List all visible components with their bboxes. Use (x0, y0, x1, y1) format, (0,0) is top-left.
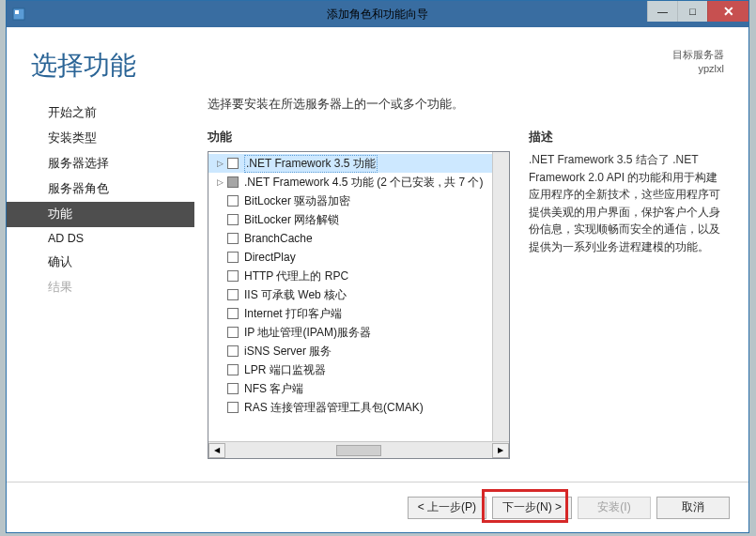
feature-label: BranchCache (244, 232, 313, 245)
sidebar-item-confirm[interactable]: 确认 (7, 250, 194, 275)
sidebar-item-features[interactable]: 功能 (7, 202, 194, 227)
feature-checkbox[interactable] (227, 176, 239, 188)
window-controls: — □ ✕ (647, 1, 748, 22)
wizard-window: 添加角色和功能向导 — □ ✕ 选择功能 目标服务器 ypzlxl 开始之前 安… (6, 0, 749, 533)
feature-checkbox[interactable] (227, 308, 239, 319)
target-label: 目标服务器 (672, 48, 724, 62)
close-button[interactable]: ✕ (707, 1, 748, 22)
titlebar: 添加角色和功能向导 — □ ✕ (7, 1, 748, 27)
feature-item[interactable]: NFS 客户端 (208, 379, 492, 398)
feature-label: NFS 客户端 (244, 381, 303, 397)
feature-item[interactable]: IP 地址管理(IPAM)服务器 (208, 323, 492, 342)
feature-label: Internet 打印客户端 (244, 306, 342, 322)
features-tree: ▷.NET Framework 3.5 功能▷.NET Framework 4.… (208, 151, 510, 459)
feature-label: IP 地址管理(IPAM)服务器 (244, 325, 371, 341)
feature-label: .NET Framework 4.5 功能 (2 个已安装 , 共 7 个) (244, 175, 483, 191)
minimize-button[interactable]: — (647, 1, 677, 22)
feature-label: IIS 可承载 Web 核心 (244, 287, 347, 303)
features-column: 功能 ▷.NET Framework 3.5 功能▷.NET Framework… (208, 130, 510, 482)
feature-checkbox[interactable] (227, 364, 239, 375)
description-column: 描述 .NET Framework 3.5 结合了 .NET Framework… (529, 130, 728, 482)
previous-button[interactable]: < 上一步(P) (408, 497, 486, 519)
header-row: 选择功能 目标服务器 ypzlxl (7, 27, 748, 84)
instruction-text: 选择要安装在所选服务器上的一个或多个功能。 (208, 97, 728, 113)
feature-label: DirectPlay (244, 251, 296, 264)
feature-checkbox[interactable] (227, 158, 239, 169)
scroll-thumb[interactable] (336, 445, 381, 456)
feature-item[interactable]: DirectPlay (208, 248, 492, 267)
feature-item[interactable]: RAS 连接管理器管理工具包(CMAK) (208, 398, 492, 417)
feature-label: BitLocker 网络解锁 (244, 212, 339, 228)
expander-icon (214, 289, 225, 300)
wizard-body: 选择功能 目标服务器 ypzlxl 开始之前 安装类型 服务器选择 服务器角色 … (7, 27, 748, 532)
install-button: 安装(I) (578, 497, 651, 519)
feature-checkbox[interactable] (227, 270, 239, 282)
page-title: 选择功能 (31, 48, 136, 84)
feature-item[interactable]: iSNS Server 服务 (208, 342, 492, 360)
feature-checkbox[interactable] (227, 383, 239, 394)
sidebar-item-before-begin[interactable]: 开始之前 (7, 100, 194, 126)
content: 选择要安装在所选服务器上的一个或多个功能。 功能 ▷.NET Framework… (194, 97, 748, 482)
expander-icon (214, 252, 225, 263)
expander-icon (214, 383, 225, 394)
scroll-left-button[interactable]: ◀ (208, 443, 225, 458)
expander-icon (214, 308, 225, 319)
target-server-info: 目标服务器 ypzlxl (672, 48, 724, 77)
feature-label: BitLocker 驱动器加密 (244, 193, 350, 209)
feature-label: iSNS Server 服务 (244, 344, 332, 360)
expander-icon (214, 364, 225, 375)
expander-icon[interactable]: ▷ (214, 158, 225, 169)
next-button[interactable]: 下一步(N) > (492, 497, 572, 519)
sidebar-item-install-type[interactable]: 安装类型 (7, 126, 194, 151)
feature-item[interactable]: BitLocker 网络解锁 (208, 210, 492, 229)
feature-item[interactable]: Internet 打印客户端 (208, 304, 492, 323)
window-title: 添加角色和功能向导 (327, 7, 428, 23)
feature-label: RAS 连接管理器管理工具包(CMAK) (244, 400, 424, 416)
sidebar-item-results: 结果 (7, 275, 194, 300)
feature-label: LPR 端口监视器 (244, 362, 326, 378)
sidebar-item-server-roles[interactable]: 服务器角色 (7, 176, 194, 202)
description-text: .NET Framework 3.5 结合了 .NET Framework 2.… (529, 151, 728, 256)
feature-item[interactable]: HTTP 代理上的 RPC (208, 267, 492, 285)
sidebar-item-adds[interactable]: AD DS (7, 227, 194, 250)
feature-checkbox[interactable] (227, 233, 239, 244)
footer: < 上一步(P) 下一步(N) > 安装(I) 取消 (7, 482, 748, 532)
vertical-scrollbar[interactable] (492, 152, 509, 441)
feature-item[interactable]: BranchCache (208, 229, 492, 248)
columns: 功能 ▷.NET Framework 3.5 功能▷.NET Framework… (208, 130, 728, 482)
maximize-button[interactable]: □ (677, 1, 707, 22)
expander-icon (214, 402, 225, 413)
svg-rect-1 (15, 10, 19, 14)
cancel-button[interactable]: 取消 (656, 497, 730, 519)
feature-item[interactable]: ▷.NET Framework 4.5 功能 (2 个已安装 , 共 7 个) (208, 173, 492, 191)
feature-checkbox[interactable] (227, 195, 239, 207)
target-value: ypzlxl (672, 62, 724, 76)
feature-checkbox[interactable] (227, 345, 239, 357)
feature-checkbox[interactable] (227, 252, 239, 263)
expander-icon[interactable]: ▷ (214, 176, 225, 188)
features-heading: 功能 (208, 130, 510, 145)
expander-icon (214, 214, 225, 225)
feature-checkbox[interactable] (227, 289, 239, 300)
feature-checkbox[interactable] (227, 402, 239, 413)
scroll-track[interactable] (225, 443, 492, 458)
horizontal-scrollbar[interactable]: ◀ ▶ (208, 441, 509, 458)
expander-icon (214, 270, 225, 282)
feature-checkbox[interactable] (227, 214, 239, 225)
sidebar-item-server-select[interactable]: 服务器选择 (7, 151, 194, 176)
feature-item[interactable]: BitLocker 驱动器加密 (208, 191, 492, 210)
expander-icon (214, 345, 225, 357)
features-list[interactable]: ▷.NET Framework 3.5 功能▷.NET Framework 4.… (208, 152, 492, 441)
description-heading: 描述 (529, 130, 728, 145)
expander-icon (214, 327, 225, 338)
feature-label: .NET Framework 3.5 功能 (244, 155, 378, 173)
feature-item[interactable]: ▷.NET Framework 3.5 功能 (208, 154, 492, 173)
wizard-icon (7, 2, 31, 26)
feature-checkbox[interactable] (227, 327, 239, 338)
scroll-right-button[interactable]: ▶ (492, 443, 509, 458)
sidebar: 开始之前 安装类型 服务器选择 服务器角色 功能 AD DS 确认 结果 (7, 97, 194, 482)
feature-item[interactable]: LPR 端口监视器 (208, 360, 492, 379)
main-area: 开始之前 安装类型 服务器选择 服务器角色 功能 AD DS 确认 结果 选择要… (7, 84, 748, 482)
feature-item[interactable]: IIS 可承载 Web 核心 (208, 285, 492, 304)
expander-icon (214, 233, 225, 244)
